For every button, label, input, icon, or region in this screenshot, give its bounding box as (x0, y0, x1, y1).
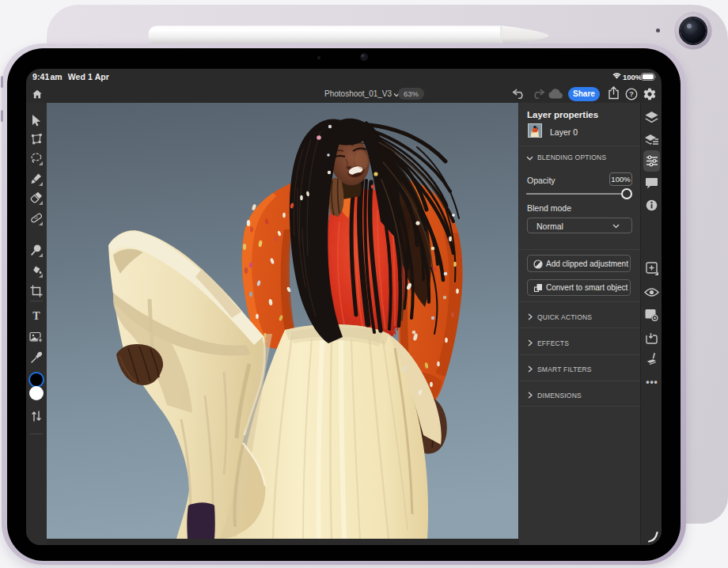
svg-text:?: ? (629, 90, 634, 98)
